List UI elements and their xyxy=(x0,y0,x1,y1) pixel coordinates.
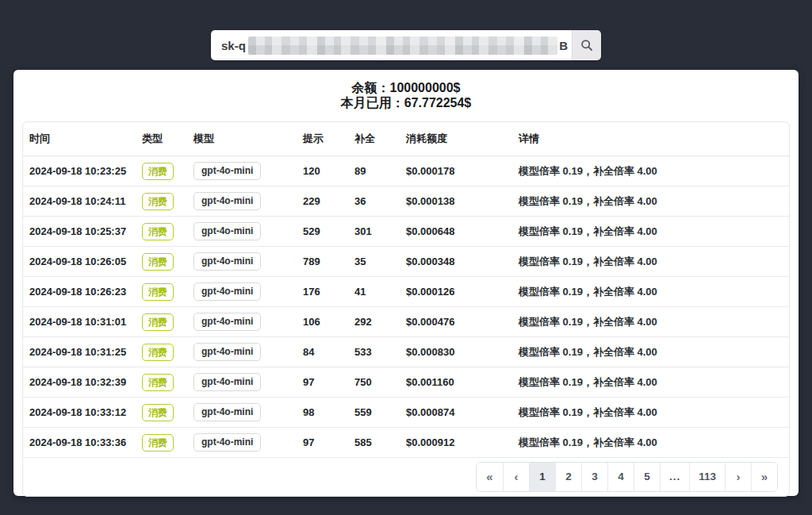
page-button-ellipsis: ... xyxy=(660,463,689,491)
balance-label: 余额： xyxy=(352,81,390,94)
topbar: sk-q B xyxy=(0,0,812,60)
page-background: { "search": { "visible_prefix": "sk-q", … xyxy=(0,0,812,515)
cell-type: 消费 xyxy=(136,428,187,458)
search-button[interactable] xyxy=(572,30,601,60)
table-row: 2024-09-18 10:24:11 消费 gpt-4o-mini 229 3… xyxy=(23,186,789,217)
cell-time: 2024-09-18 10:23:25 xyxy=(23,156,136,186)
column-header-model: 模型 xyxy=(187,122,297,156)
cell-completion: 36 xyxy=(348,186,400,217)
cell-cost: $0.000874 xyxy=(400,398,512,428)
column-header-prompt: 提示 xyxy=(297,122,348,156)
table-footer: « ‹ 1 2 3 4 5 ... 113 › » xyxy=(23,458,789,496)
page-button-page-5[interactable]: 5 xyxy=(634,463,660,491)
model-tag: gpt-4o-mini xyxy=(193,252,261,271)
cell-detail: 模型倍率 0.19，补全倍率 4.00 xyxy=(512,217,789,247)
cell-model: gpt-4o-mini xyxy=(187,337,297,367)
cell-completion: 301 xyxy=(348,217,400,247)
account-summary: 余额：100000000$ 本月已用：67.772254$ xyxy=(13,70,799,110)
page-button-page-4[interactable]: 4 xyxy=(607,463,634,491)
table-row: 2024-09-18 10:23:25 消费 gpt-4o-mini 120 8… xyxy=(23,156,789,186)
cell-completion: 585 xyxy=(348,428,400,458)
cell-detail: 模型倍率 0.19，补全倍率 4.00 xyxy=(512,277,789,307)
cell-cost: $0.000348 xyxy=(400,247,512,277)
page-button-first[interactable]: « xyxy=(477,463,503,491)
cell-detail: 模型倍率 0.19，补全倍率 4.00 xyxy=(512,398,789,428)
month-used-label: 本月已用： xyxy=(341,96,404,110)
page-button-prev[interactable]: ‹ xyxy=(503,463,529,491)
consume-badge: 消费 xyxy=(142,434,174,452)
cell-prompt: 84 xyxy=(297,337,348,367)
cell-completion: 292 xyxy=(348,307,400,337)
cell-time: 2024-09-18 10:31:01 xyxy=(23,307,136,337)
cell-type: 消费 xyxy=(136,337,187,367)
column-header-completion: 补全 xyxy=(348,122,400,156)
log-table-body: 2024-09-18 10:23:25 消费 gpt-4o-mini 120 8… xyxy=(23,156,789,458)
cell-time: 2024-09-18 10:33:36 xyxy=(23,428,136,458)
cell-cost: $0.000648 xyxy=(400,217,512,247)
cell-time: 2024-09-18 10:24:11 xyxy=(23,186,136,217)
cell-time: 2024-09-18 10:25:37 xyxy=(23,217,136,247)
cell-time: 2024-09-18 10:26:05 xyxy=(23,247,136,277)
cell-type: 消费 xyxy=(136,156,187,186)
cell-detail: 模型倍率 0.19，补全倍率 4.00 xyxy=(512,186,789,217)
search-icon xyxy=(580,39,593,52)
table-row: 2024-09-18 10:31:25 消费 gpt-4o-mini 84 53… xyxy=(23,337,789,367)
cell-prompt: 529 xyxy=(297,217,348,247)
cell-model: gpt-4o-mini xyxy=(187,247,297,277)
table-row: 2024-09-18 10:25:37 消费 gpt-4o-mini 529 3… xyxy=(23,217,789,247)
usage-table-container: 时间 类型 模型 提示 补全 消耗额度 详情 2024-09-18 10:23:… xyxy=(22,121,790,497)
cell-cost: $0.000476 xyxy=(400,307,512,337)
cell-prompt: 98 xyxy=(297,398,348,428)
api-key-masked-section xyxy=(248,37,557,55)
page-button-page-113[interactable]: 113 xyxy=(689,463,725,491)
cell-completion: 35 xyxy=(348,247,400,277)
cell-type: 消费 xyxy=(136,367,187,398)
cell-type: 消费 xyxy=(136,217,187,247)
consume-badge: 消费 xyxy=(142,193,174,210)
column-header-type: 类型 xyxy=(136,122,187,156)
page-button-next[interactable]: › xyxy=(725,463,751,491)
model-tag: gpt-4o-mini xyxy=(193,373,261,391)
cell-cost: $0.001160 xyxy=(400,367,512,398)
column-header-time: 时间 xyxy=(23,122,136,156)
cell-model: gpt-4o-mini xyxy=(187,398,297,428)
table-row: 2024-09-18 10:26:05 消费 gpt-4o-mini 789 3… xyxy=(23,247,789,277)
cell-time: 2024-09-18 10:31:25 xyxy=(23,337,136,367)
api-key-suffix: B xyxy=(559,39,568,52)
month-used-value: 67.772254$ xyxy=(404,96,472,110)
model-tag: gpt-4o-mini xyxy=(193,222,261,240)
cell-detail: 模型倍率 0.19，补全倍率 4.00 xyxy=(512,156,789,186)
page-button-page-2[interactable]: 2 xyxy=(555,463,581,491)
cell-prompt: 97 xyxy=(297,367,348,398)
cell-model: gpt-4o-mini xyxy=(187,156,297,186)
column-header-cost: 消耗额度 xyxy=(400,122,512,156)
cell-time: 2024-09-18 10:33:12 xyxy=(23,398,136,428)
table-row: 2024-09-18 10:26:23 消费 gpt-4o-mini 176 4… xyxy=(23,277,789,307)
consume-badge: 消费 xyxy=(142,163,174,180)
api-key-prefix: sk-q xyxy=(221,39,246,52)
cell-cost: $0.000830 xyxy=(400,337,512,367)
cell-detail: 模型倍率 0.19，补全倍率 4.00 xyxy=(512,367,789,398)
cell-type: 消费 xyxy=(136,247,187,277)
cell-detail: 模型倍率 0.19，补全倍率 4.00 xyxy=(512,247,789,277)
page-button-page-1[interactable]: 1 xyxy=(529,463,555,491)
page-button-last[interactable]: » xyxy=(751,463,777,491)
usage-card: 余额：100000000$ 本月已用：67.772254$ 时间 类型 模型 提… xyxy=(13,70,799,496)
consume-badge: 消费 xyxy=(142,223,174,240)
consume-badge: 消费 xyxy=(142,404,174,421)
api-key-input[interactable]: sk-q B xyxy=(211,30,572,60)
cell-type: 消费 xyxy=(136,277,187,307)
cell-time: 2024-09-18 10:26:23 xyxy=(23,277,136,307)
page-button-page-3[interactable]: 3 xyxy=(581,463,607,491)
cell-prompt: 97 xyxy=(297,428,348,458)
cell-model: gpt-4o-mini xyxy=(187,307,297,337)
usage-log-table: 时间 类型 模型 提示 补全 消耗额度 详情 2024-09-18 10:23:… xyxy=(23,122,789,458)
cell-prompt: 229 xyxy=(297,186,348,217)
balance-line: 余额：100000000$ xyxy=(13,80,799,95)
cell-detail: 模型倍率 0.19，补全倍率 4.00 xyxy=(512,428,789,458)
cell-time: 2024-09-18 10:32:39 xyxy=(23,367,136,398)
cell-cost: $0.000178 xyxy=(400,156,512,186)
cell-type: 消费 xyxy=(136,398,187,428)
cell-model: gpt-4o-mini xyxy=(187,186,297,217)
cell-completion: 533 xyxy=(348,337,400,367)
